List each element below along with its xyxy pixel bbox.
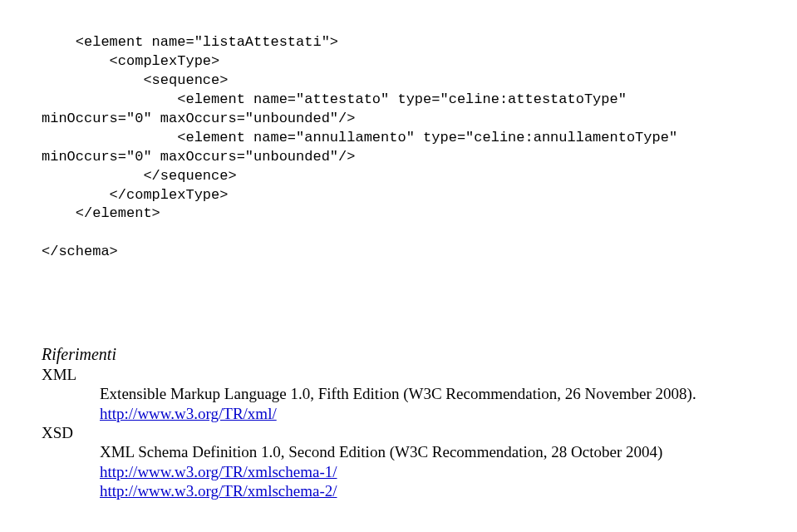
reference-abbr-xml: XML [42,366,755,384]
code-line: minOccurs="0" maxOccurs="unbounded"/> [42,111,355,126]
reference-link[interactable]: http://www.w3.org/TR/xmlschema-2/ [100,482,337,500]
code-line: </complexType> [42,187,228,203]
code-line: minOccurs="0" maxOccurs="unbounded"/> [42,149,355,165]
code-line: </sequence> [42,168,237,184]
code-line: <sequence> [42,72,228,88]
reference-link[interactable]: http://www.w3.org/TR/xmlschema-1/ [100,463,337,480]
code-line: <element name="annullamento" type="celin… [42,130,677,145]
reference-desc: XML Schema Definition 1.0, Second Editio… [100,443,662,461]
references-heading: Riferimenti [42,345,755,364]
reference-link[interactable]: http://www.w3.org/TR/xml/ [100,405,277,422]
code-line: <complexType> [42,53,219,69]
code-line: </element> [42,205,160,221]
code-line: </schema> [42,244,118,259]
xml-code-block: <element name="listaAttestati"> <complex… [42,33,755,262]
reference-body-xsd: XML Schema Definition 1.0, Second Editio… [100,442,755,501]
code-line: <element name="listaAttestati"> [42,34,338,50]
code-line: <element name="attestato" type="celine:a… [42,91,627,107]
reference-abbr-xsd: XSD [42,424,755,442]
reference-desc: Extensible Markup Language 1.0, Fifth Ed… [100,385,696,402]
reference-body-xml: Extensible Markup Language 1.0, Fifth Ed… [100,384,755,424]
